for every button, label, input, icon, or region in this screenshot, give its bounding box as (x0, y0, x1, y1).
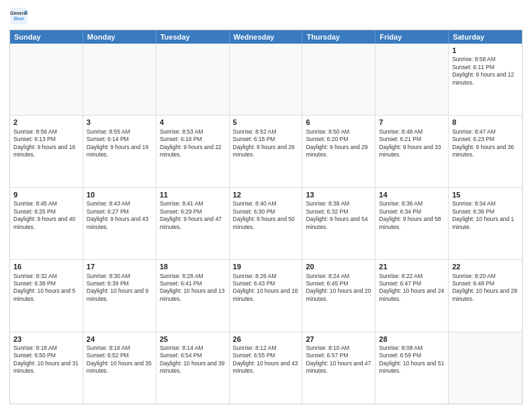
calendar-cell: 19Sunrise: 8:26 AM Sunset: 6:43 PM Dayli… (230, 260, 303, 331)
day-number: 26 (233, 334, 299, 344)
day-detail: Sunrise: 8:34 AM Sunset: 6:36 PM Dayligh… (452, 200, 519, 231)
day-number: 21 (379, 262, 445, 271)
day-number: 16 (13, 262, 79, 271)
day-detail: Sunrise: 8:50 AM Sunset: 6:20 PM Dayligh… (306, 128, 371, 159)
calendar-cell: 6Sunrise: 8:50 AM Sunset: 6:20 PM Daylig… (302, 116, 375, 187)
day-detail: Sunrise: 8:30 AM Sunset: 6:39 PM Dayligh… (87, 273, 152, 304)
calendar-week-row: 2Sunrise: 8:56 AM Sunset: 6:13 PM Daylig… (10, 116, 522, 187)
calendar-cell: 15Sunrise: 8:34 AM Sunset: 6:36 PM Dayli… (449, 188, 522, 259)
day-detail: Sunrise: 8:24 AM Sunset: 6:45 PM Dayligh… (306, 273, 371, 304)
calendar: SundayMondayTuesdayWednesdayThursdayFrid… (9, 30, 523, 404)
calendar-cell: 25Sunrise: 8:14 AM Sunset: 6:54 PM Dayli… (157, 332, 230, 404)
calendar-cell: 23Sunrise: 8:18 AM Sunset: 6:50 PM Dayli… (10, 332, 83, 404)
header: General Blue (9, 7, 523, 26)
calendar-cell (83, 44, 157, 115)
calendar-cell: 17Sunrise: 8:30 AM Sunset: 6:39 PM Dayli… (83, 260, 157, 331)
day-detail: Sunrise: 8:28 AM Sunset: 6:41 PM Dayligh… (160, 273, 226, 304)
calendar-cell: 18Sunrise: 8:28 AM Sunset: 6:41 PM Dayli… (157, 260, 230, 331)
calendar-cell: 13Sunrise: 8:38 AM Sunset: 6:32 PM Dayli… (302, 188, 375, 259)
calendar-header-cell: Tuesday (157, 30, 230, 44)
day-number: 1 (452, 46, 519, 55)
svg-text:Blue: Blue (13, 16, 24, 21)
day-detail: Sunrise: 8:32 AM Sunset: 6:38 PM Dayligh… (13, 273, 79, 304)
calendar-cell (230, 44, 303, 115)
day-number: 14 (379, 190, 445, 199)
calendar-cell: 28Sunrise: 8:08 AM Sunset: 6:59 PM Dayli… (375, 332, 449, 404)
day-detail: Sunrise: 8:48 AM Sunset: 6:21 PM Dayligh… (379, 128, 445, 159)
calendar-cell: 1Sunrise: 8:58 AM Sunset: 6:11 PM Daylig… (449, 44, 522, 115)
calendar-cell: 11Sunrise: 8:41 AM Sunset: 6:29 PM Dayli… (157, 188, 230, 259)
calendar-cell: 24Sunrise: 8:16 AM Sunset: 6:52 PM Dayli… (83, 332, 157, 404)
calendar-header-cell: Friday (375, 30, 449, 44)
day-detail: Sunrise: 8:16 AM Sunset: 6:52 PM Dayligh… (87, 345, 152, 375)
logo: General Blue (9, 7, 28, 26)
day-detail: Sunrise: 8:22 AM Sunset: 6:47 PM Dayligh… (379, 273, 445, 304)
calendar-cell: 4Sunrise: 8:53 AM Sunset: 6:16 PM Daylig… (157, 116, 230, 187)
logo-icon: General Blue (9, 7, 28, 26)
day-detail: Sunrise: 8:18 AM Sunset: 6:50 PM Dayligh… (13, 345, 79, 375)
calendar-header: SundayMondayTuesdayWednesdayThursdayFrid… (10, 30, 522, 44)
day-number: 17 (87, 262, 152, 271)
day-number: 28 (379, 334, 445, 344)
calendar-cell: 8Sunrise: 8:47 AM Sunset: 6:23 PM Daylig… (449, 116, 522, 187)
day-number: 7 (379, 118, 445, 127)
calendar-body: 1Sunrise: 8:58 AM Sunset: 6:11 PM Daylig… (10, 44, 522, 404)
day-number: 10 (87, 190, 152, 199)
page: General Blue SundayMondayTuesdayWednesda… (0, 0, 532, 411)
day-number: 24 (87, 334, 152, 344)
calendar-week-row: 16Sunrise: 8:32 AM Sunset: 6:38 PM Dayli… (10, 260, 522, 332)
day-detail: Sunrise: 8:36 AM Sunset: 6:34 PM Dayligh… (379, 200, 445, 231)
day-number: 8 (452, 118, 519, 127)
calendar-cell (449, 332, 522, 404)
day-detail: Sunrise: 8:38 AM Sunset: 6:32 PM Dayligh… (306, 200, 371, 231)
day-detail: Sunrise: 8:14 AM Sunset: 6:54 PM Dayligh… (160, 345, 226, 375)
day-number: 22 (452, 262, 519, 271)
day-number: 3 (87, 118, 152, 127)
day-detail: Sunrise: 8:47 AM Sunset: 6:23 PM Dayligh… (452, 128, 519, 159)
calendar-cell: 10Sunrise: 8:43 AM Sunset: 6:27 PM Dayli… (83, 188, 157, 259)
calendar-cell: 20Sunrise: 8:24 AM Sunset: 6:45 PM Dayli… (302, 260, 375, 331)
calendar-header-cell: Saturday (449, 30, 522, 44)
day-detail: Sunrise: 8:41 AM Sunset: 6:29 PM Dayligh… (160, 200, 226, 231)
day-number: 4 (160, 118, 226, 127)
calendar-cell: 21Sunrise: 8:22 AM Sunset: 6:47 PM Dayli… (375, 260, 449, 331)
day-number: 23 (13, 334, 79, 344)
calendar-header-cell: Wednesday (230, 30, 303, 44)
day-number: 13 (306, 190, 371, 199)
day-detail: Sunrise: 8:08 AM Sunset: 6:59 PM Dayligh… (379, 345, 445, 375)
calendar-cell: 12Sunrise: 8:40 AM Sunset: 6:30 PM Dayli… (230, 188, 303, 259)
calendar-cell: 14Sunrise: 8:36 AM Sunset: 6:34 PM Dayli… (375, 188, 449, 259)
day-number: 9 (13, 190, 79, 199)
calendar-week-row: 23Sunrise: 8:18 AM Sunset: 6:50 PM Dayli… (10, 332, 522, 404)
calendar-cell: 26Sunrise: 8:12 AM Sunset: 6:55 PM Dayli… (230, 332, 303, 404)
day-number: 12 (233, 190, 299, 199)
calendar-cell: 3Sunrise: 8:55 AM Sunset: 6:14 PM Daylig… (83, 116, 157, 187)
day-detail: Sunrise: 8:55 AM Sunset: 6:14 PM Dayligh… (87, 128, 152, 159)
day-detail: Sunrise: 8:58 AM Sunset: 6:11 PM Dayligh… (452, 56, 519, 87)
calendar-cell: 7Sunrise: 8:48 AM Sunset: 6:21 PM Daylig… (375, 116, 449, 187)
calendar-cell: 5Sunrise: 8:52 AM Sunset: 6:18 PM Daylig… (230, 116, 303, 187)
day-number: 25 (160, 334, 226, 344)
day-detail: Sunrise: 8:26 AM Sunset: 6:43 PM Dayligh… (233, 273, 299, 304)
day-number: 6 (306, 118, 371, 127)
day-detail: Sunrise: 8:45 AM Sunset: 6:25 PM Dayligh… (13, 200, 79, 231)
day-number: 27 (306, 334, 371, 344)
calendar-cell: 27Sunrise: 8:10 AM Sunset: 6:57 PM Dayli… (302, 332, 375, 404)
calendar-cell (157, 44, 230, 115)
day-detail: Sunrise: 8:52 AM Sunset: 6:18 PM Dayligh… (233, 128, 299, 159)
day-number: 2 (13, 118, 79, 127)
day-detail: Sunrise: 8:10 AM Sunset: 6:57 PM Dayligh… (306, 345, 371, 375)
calendar-header-cell: Thursday (302, 30, 375, 44)
day-detail: Sunrise: 8:56 AM Sunset: 6:13 PM Dayligh… (13, 128, 79, 159)
day-detail: Sunrise: 8:12 AM Sunset: 6:55 PM Dayligh… (233, 345, 299, 375)
day-number: 18 (160, 262, 226, 271)
day-detail: Sunrise: 8:53 AM Sunset: 6:16 PM Dayligh… (160, 128, 226, 159)
calendar-header-cell: Monday (83, 30, 157, 44)
calendar-week-row: 9Sunrise: 8:45 AM Sunset: 6:25 PM Daylig… (10, 188, 522, 260)
day-detail: Sunrise: 8:43 AM Sunset: 6:27 PM Dayligh… (87, 200, 152, 231)
calendar-cell: 2Sunrise: 8:56 AM Sunset: 6:13 PM Daylig… (10, 116, 83, 187)
day-number: 20 (306, 262, 371, 271)
calendar-cell: 9Sunrise: 8:45 AM Sunset: 6:25 PM Daylig… (10, 188, 83, 259)
day-detail: Sunrise: 8:40 AM Sunset: 6:30 PM Dayligh… (233, 200, 299, 231)
calendar-week-row: 1Sunrise: 8:58 AM Sunset: 6:11 PM Daylig… (10, 44, 522, 116)
